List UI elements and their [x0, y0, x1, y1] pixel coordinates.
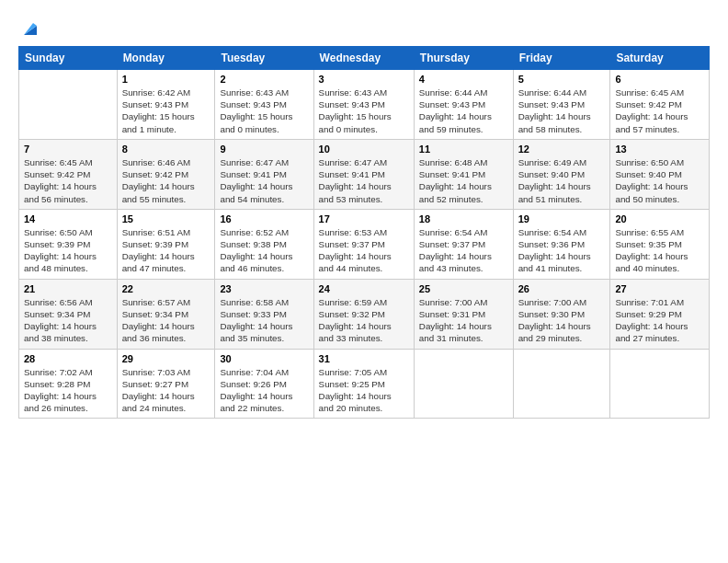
day-info: Sunrise: 6:42 AM Sunset: 9:43 PM Dayligh…	[122, 86, 210, 135]
day-header-saturday: Saturday	[610, 47, 710, 70]
day-number: 1	[122, 74, 210, 85]
day-number: 15	[122, 213, 210, 224]
day-number: 12	[518, 144, 606, 155]
day-number: 30	[220, 353, 308, 364]
calendar-cell: 4Sunrise: 6:44 AM Sunset: 9:43 PM Daylig…	[414, 70, 513, 140]
calendar-cell: 21Sunrise: 6:56 AM Sunset: 9:34 PM Dayli…	[19, 279, 118, 349]
calendar-week-3: 14Sunrise: 6:50 AM Sunset: 9:39 PM Dayli…	[19, 209, 710, 279]
calendar-cell	[414, 349, 513, 419]
day-number: 27	[615, 283, 704, 294]
day-number: 24	[319, 283, 409, 294]
calendar-cell: 25Sunrise: 7:00 AM Sunset: 9:31 PM Dayli…	[414, 279, 513, 349]
day-number: 4	[419, 74, 508, 85]
day-number: 3	[319, 74, 409, 85]
day-info: Sunrise: 6:54 AM Sunset: 9:37 PM Dayligh…	[419, 226, 508, 275]
calendar-cell: 9Sunrise: 6:47 AM Sunset: 9:41 PM Daylig…	[215, 139, 313, 209]
calendar-cell: 11Sunrise: 6:48 AM Sunset: 9:41 PM Dayli…	[414, 139, 513, 209]
calendar-cell: 28Sunrise: 7:02 AM Sunset: 9:28 PM Dayli…	[19, 349, 118, 419]
day-info: Sunrise: 6:57 AM Sunset: 9:34 PM Dayligh…	[122, 296, 210, 345]
day-info: Sunrise: 6:54 AM Sunset: 9:36 PM Dayligh…	[518, 226, 606, 275]
logo	[18, 17, 40, 39]
calendar-cell: 26Sunrise: 7:00 AM Sunset: 9:30 PM Dayli…	[513, 279, 610, 349]
day-number: 17	[319, 213, 409, 224]
header-row: SundayMondayTuesdayWednesdayThursdayFrid…	[19, 47, 710, 70]
day-info: Sunrise: 6:43 AM Sunset: 9:43 PM Dayligh…	[319, 86, 409, 135]
calendar-cell: 14Sunrise: 6:50 AM Sunset: 9:39 PM Dayli…	[19, 209, 118, 279]
calendar-cell: 12Sunrise: 6:49 AM Sunset: 9:40 PM Dayli…	[513, 139, 610, 209]
page: SundayMondayTuesdayWednesdayThursdayFrid…	[0, 0, 728, 563]
calendar-week-4: 21Sunrise: 6:56 AM Sunset: 9:34 PM Dayli…	[19, 279, 710, 349]
calendar-cell: 10Sunrise: 6:47 AM Sunset: 9:41 PM Dayli…	[313, 139, 414, 209]
calendar-cell: 6Sunrise: 6:45 AM Sunset: 9:42 PM Daylig…	[610, 70, 710, 140]
day-info: Sunrise: 6:49 AM Sunset: 9:40 PM Dayligh…	[518, 156, 606, 205]
day-header-monday: Monday	[117, 47, 215, 70]
day-info: Sunrise: 6:59 AM Sunset: 9:32 PM Dayligh…	[319, 296, 409, 345]
day-number: 26	[518, 283, 606, 294]
day-number: 25	[419, 283, 508, 294]
calendar-cell: 24Sunrise: 6:59 AM Sunset: 9:32 PM Dayli…	[313, 279, 414, 349]
day-number: 22	[122, 283, 210, 294]
calendar-cell: 17Sunrise: 6:53 AM Sunset: 9:37 PM Dayli…	[313, 209, 414, 279]
day-number: 8	[122, 144, 210, 155]
day-number: 31	[319, 353, 409, 364]
day-info: Sunrise: 6:55 AM Sunset: 9:35 PM Dayligh…	[615, 226, 704, 275]
calendar-cell: 7Sunrise: 6:45 AM Sunset: 9:42 PM Daylig…	[19, 139, 118, 209]
day-header-tuesday: Tuesday	[215, 47, 313, 70]
day-number: 16	[220, 213, 308, 224]
calendar-cell: 31Sunrise: 7:05 AM Sunset: 9:25 PM Dayli…	[313, 349, 414, 419]
day-number: 21	[24, 283, 112, 294]
calendar-table: SundayMondayTuesdayWednesdayThursdayFrid…	[18, 46, 710, 419]
day-info: Sunrise: 6:50 AM Sunset: 9:39 PM Dayligh…	[24, 226, 112, 275]
day-number: 29	[122, 353, 210, 364]
day-info: Sunrise: 7:05 AM Sunset: 9:25 PM Dayligh…	[319, 366, 409, 415]
day-info: Sunrise: 6:51 AM Sunset: 9:39 PM Dayligh…	[122, 226, 210, 275]
day-info: Sunrise: 6:58 AM Sunset: 9:33 PM Dayligh…	[220, 296, 308, 345]
calendar-cell: 13Sunrise: 6:50 AM Sunset: 9:40 PM Dayli…	[610, 139, 710, 209]
calendar-cell: 30Sunrise: 7:04 AM Sunset: 9:26 PM Dayli…	[215, 349, 313, 419]
calendar-cell: 22Sunrise: 6:57 AM Sunset: 9:34 PM Dayli…	[117, 279, 215, 349]
day-info: Sunrise: 6:47 AM Sunset: 9:41 PM Dayligh…	[319, 156, 409, 205]
day-info: Sunrise: 6:44 AM Sunset: 9:43 PM Dayligh…	[518, 86, 606, 135]
calendar-cell: 3Sunrise: 6:43 AM Sunset: 9:43 PM Daylig…	[313, 70, 414, 140]
day-info: Sunrise: 6:50 AM Sunset: 9:40 PM Dayligh…	[615, 156, 704, 205]
calendar-cell: 20Sunrise: 6:55 AM Sunset: 9:35 PM Dayli…	[610, 209, 710, 279]
calendar-cell	[513, 349, 610, 419]
day-number: 10	[319, 144, 409, 155]
day-number: 18	[419, 213, 508, 224]
calendar-cell: 23Sunrise: 6:58 AM Sunset: 9:33 PM Dayli…	[215, 279, 313, 349]
day-info: Sunrise: 7:01 AM Sunset: 9:29 PM Dayligh…	[615, 296, 704, 345]
logo-icon	[20, 18, 40, 39]
day-info: Sunrise: 7:00 AM Sunset: 9:31 PM Dayligh…	[419, 296, 508, 345]
day-info: Sunrise: 7:04 AM Sunset: 9:26 PM Dayligh…	[220, 366, 308, 415]
day-number: 6	[615, 74, 704, 85]
day-number: 7	[24, 144, 112, 155]
day-number: 14	[24, 213, 112, 224]
calendar-cell	[610, 349, 710, 419]
day-info: Sunrise: 6:53 AM Sunset: 9:37 PM Dayligh…	[319, 226, 409, 275]
calendar-cell	[19, 70, 118, 140]
day-info: Sunrise: 7:02 AM Sunset: 9:28 PM Dayligh…	[24, 366, 112, 415]
calendar-cell: 19Sunrise: 6:54 AM Sunset: 9:36 PM Dayli…	[513, 209, 610, 279]
calendar-cell: 8Sunrise: 6:46 AM Sunset: 9:42 PM Daylig…	[117, 139, 215, 209]
day-number: 9	[220, 144, 308, 155]
day-number: 23	[220, 283, 308, 294]
calendar-cell: 29Sunrise: 7:03 AM Sunset: 9:27 PM Dayli…	[117, 349, 215, 419]
calendar-cell: 1Sunrise: 6:42 AM Sunset: 9:43 PM Daylig…	[117, 70, 215, 140]
day-number: 11	[419, 144, 508, 155]
day-info: Sunrise: 6:44 AM Sunset: 9:43 PM Dayligh…	[419, 86, 508, 135]
calendar-cell: 18Sunrise: 6:54 AM Sunset: 9:37 PM Dayli…	[414, 209, 513, 279]
day-info: Sunrise: 6:52 AM Sunset: 9:38 PM Dayligh…	[220, 226, 308, 275]
day-number: 20	[615, 213, 704, 224]
calendar-cell: 16Sunrise: 6:52 AM Sunset: 9:38 PM Dayli…	[215, 209, 313, 279]
day-number: 13	[615, 144, 704, 155]
calendar-cell: 27Sunrise: 7:01 AM Sunset: 9:29 PM Dayli…	[610, 279, 710, 349]
day-header-thursday: Thursday	[414, 47, 513, 70]
day-info: Sunrise: 6:48 AM Sunset: 9:41 PM Dayligh…	[419, 156, 508, 205]
calendar-cell: 5Sunrise: 6:44 AM Sunset: 9:43 PM Daylig…	[513, 70, 610, 140]
day-info: Sunrise: 6:45 AM Sunset: 9:42 PM Dayligh…	[24, 156, 112, 205]
day-info: Sunrise: 7:00 AM Sunset: 9:30 PM Dayligh…	[518, 296, 606, 345]
day-header-sunday: Sunday	[19, 47, 118, 70]
day-number: 5	[518, 74, 606, 85]
day-info: Sunrise: 7:03 AM Sunset: 9:27 PM Dayligh…	[122, 366, 210, 415]
day-info: Sunrise: 6:45 AM Sunset: 9:42 PM Dayligh…	[615, 86, 704, 135]
